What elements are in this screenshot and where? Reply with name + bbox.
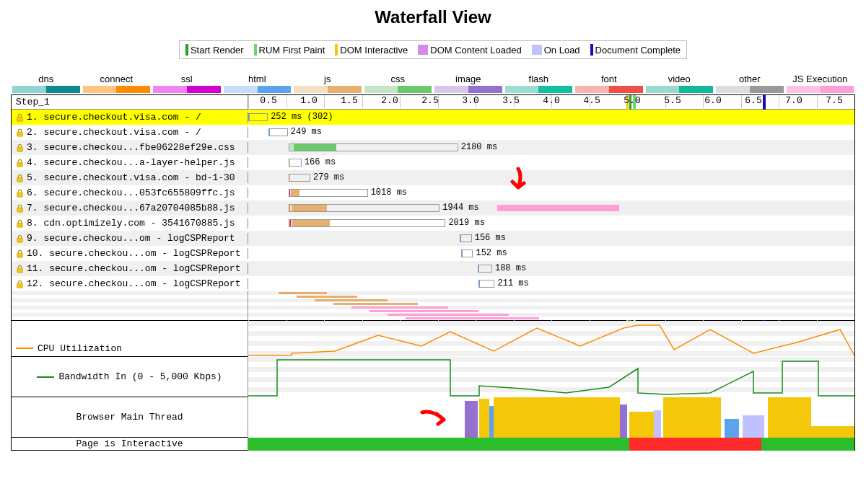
- lock-icon: [16, 174, 24, 182]
- resource-legend-flash: flash: [504, 74, 574, 84]
- svg-rect-13: [479, 399, 489, 438]
- request-label: 5. secure.checkout.visa.com - bd-1-30: [27, 172, 235, 183]
- request-label: 2. secure.checkout.visa.com - /: [27, 127, 201, 138]
- resource-swatch-other: [716, 86, 784, 93]
- request-label: 12. secure.checkou...om - logCSPReport: [27, 278, 240, 289]
- time-tick: 2.0: [369, 95, 410, 109]
- main-thread-row: Browser Main Thread: [12, 397, 854, 437]
- timing-label: 1944 ms: [442, 203, 478, 213]
- resource-swatch-ssl: [153, 86, 221, 93]
- step-label: Step_1: [12, 95, 248, 109]
- lock-icon: [16, 249, 24, 258]
- cpu-line-legend: [16, 348, 33, 349]
- resource-swatch-connect: [83, 86, 151, 93]
- request-row[interactable]: 12. secure.checkou...om - logCSPReport21…: [12, 276, 854, 291]
- timing-bar[interactable]: [478, 280, 495, 288]
- lock-icon: [16, 234, 24, 243]
- timing-bar[interactable]: [289, 219, 445, 227]
- timing-label: 156 ms: [475, 233, 506, 243]
- resource-type-legend-bars: [11, 86, 855, 93]
- request-row[interactable]: 2. secure.checkout.visa.com - /249 ms: [12, 125, 854, 140]
- svg-rect-8: [17, 238, 23, 242]
- timing-bar[interactable]: [289, 189, 368, 197]
- interactive-segment: [248, 438, 629, 451]
- interactive-chart: [248, 438, 854, 451]
- interactive-label: Page is Interactive: [76, 438, 183, 449]
- waterfall-body[interactable]: 1. secure.checkout.visa.com - /252 ms (3…: [12, 110, 854, 291]
- request-row[interactable]: 3. secure.checkou...fbe06228ef29e.css218…: [12, 140, 854, 155]
- request-row[interactable]: 1. secure.checkout.visa.com - /252 ms (3…: [12, 110, 854, 125]
- bandwidth-line-legend: [37, 376, 54, 378]
- request-row[interactable]: 10. secure.checkou...om - logCSPReport15…: [12, 246, 854, 261]
- svg-rect-6: [17, 208, 23, 212]
- lock-icon: [16, 280, 24, 288]
- svg-rect-22: [768, 397, 811, 438]
- request-label: 3. secure.checkou...fbe06228ef29e.css: [27, 142, 235, 153]
- resource-swatch-video: [646, 86, 714, 93]
- js-execution-bar: [497, 205, 619, 211]
- svg-rect-1: [17, 132, 23, 136]
- request-label: 8. cdn.optimizely.com - 3541670885.js: [27, 218, 235, 229]
- timing-label: 249 ms: [291, 127, 322, 137]
- svg-rect-17: [629, 412, 654, 438]
- timing-bar[interactable]: [268, 128, 288, 136]
- waterfall-chart: Step_1 0.51.01.52.02.53.03.54.04.55.05.5…: [11, 94, 855, 451]
- request-row[interactable]: 11. secure.checkou...om - logCSPReport18…: [12, 261, 854, 276]
- bandwidth-chart: [248, 357, 854, 397]
- lock-icon: [16, 265, 24, 273]
- resource-swatch-html: [224, 86, 292, 93]
- time-tick: 1.5: [329, 95, 369, 109]
- timing-bar[interactable]: [248, 113, 268, 121]
- time-tick: 4.0: [531, 95, 572, 109]
- resource-swatch-css: [364, 86, 432, 93]
- resource-legend-image: image: [433, 74, 504, 84]
- request-row[interactable]: 8. cdn.optimizely.com - 3541670885.js201…: [12, 216, 854, 231]
- interactive-segment: [761, 438, 854, 451]
- svg-rect-11: [17, 283, 23, 288]
- main-thread-label: Browser Main Thread: [76, 412, 183, 423]
- time-tick: 2.5: [410, 95, 450, 109]
- time-axis: 0.51.01.52.02.53.03.54.04.55.05.56.06.57…: [248, 95, 854, 109]
- svg-rect-12: [465, 401, 478, 438]
- timing-label: 152 ms: [476, 248, 507, 258]
- interactive-row: Page is Interactive: [12, 437, 854, 450]
- svg-rect-0: [17, 117, 23, 121]
- timing-bar[interactable]: [461, 249, 473, 257]
- svg-rect-19: [663, 397, 721, 438]
- resource-legend-css: css: [363, 74, 434, 84]
- interactive-segment: [629, 438, 761, 451]
- request-row[interactable]: 5. secure.checkout.visa.com - bd-1-30279…: [12, 170, 854, 185]
- timing-bar[interactable]: [289, 159, 302, 167]
- request-row[interactable]: 7. secure.checkou...67a20704085b88.js194…: [12, 200, 854, 216]
- request-row[interactable]: 4. secure.checkou...a-layer-helper.js166…: [12, 155, 854, 170]
- resource-swatch-dns: [12, 86, 80, 93]
- timing-bar[interactable]: [460, 234, 472, 242]
- resource-swatch-image: [434, 86, 502, 93]
- request-label: 11. secure.checkou...om - logCSPReport: [27, 263, 240, 274]
- resource-legend-video: video: [644, 74, 715, 84]
- timing-label: 2019 ms: [448, 218, 484, 228]
- timing-bar[interactable]: [478, 265, 492, 273]
- svg-rect-5: [17, 193, 23, 197]
- legend-dom-interactive: DOM Interactive: [335, 44, 408, 56]
- timing-bar[interactable]: [289, 174, 310, 182]
- time-tick: 7.0: [774, 95, 814, 109]
- waterfall-mini-rows: [12, 291, 854, 320]
- timing-label: 2180 ms: [461, 142, 497, 152]
- svg-rect-16: [620, 404, 627, 438]
- timing-label: 279 ms: [313, 172, 344, 182]
- timing-label: 252 ms (302): [271, 112, 333, 122]
- waterfall-header: Step_1 0.51.01.52.02.53.03.54.04.55.05.5…: [12, 95, 854, 110]
- legend-start-render: Start Render: [185, 44, 244, 56]
- request-row[interactable]: 9. secure.checkou...om - logCSPReport156…: [12, 231, 854, 246]
- legend-dom-content-loaded: DOM Content Loaded: [418, 44, 521, 56]
- request-label: 6. secure.checkou...053fc655809ffc.js: [27, 187, 235, 198]
- time-tick: 3.0: [450, 95, 491, 109]
- request-row[interactable]: 6. secure.checkou...053fc655809ffc.js101…: [12, 185, 854, 200]
- lock-icon: [16, 204, 24, 213]
- request-label: 7. secure.checkou...67a20704085b88.js: [27, 203, 235, 213]
- resource-swatch-js-exec: [787, 86, 854, 93]
- timing-bar[interactable]: [289, 143, 458, 151]
- timing-bar[interactable]: [289, 204, 439, 212]
- time-tick: 3.5: [491, 95, 531, 109]
